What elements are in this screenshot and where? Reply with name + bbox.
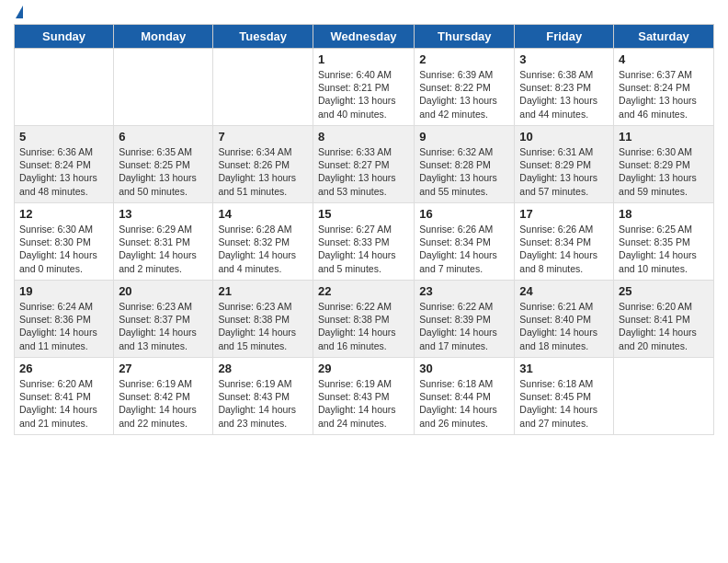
calendar-day-27: 27Sunrise: 6:19 AM Sunset: 8:42 PM Dayli… (114, 358, 213, 435)
day-header-sunday: Sunday (15, 25, 114, 49)
calendar-day-17: 17Sunrise: 6:26 AM Sunset: 8:34 PM Dayli… (515, 203, 614, 281)
day-number: 14 (218, 207, 308, 221)
calendar-day-20: 20Sunrise: 6:23 AM Sunset: 8:37 PM Dayli… (114, 281, 213, 358)
day-header-saturday: Saturday (614, 25, 714, 49)
day-info: Sunrise: 6:34 AM Sunset: 8:26 PM Dayligh… (218, 145, 308, 198)
day-info: Sunrise: 6:32 AM Sunset: 8:28 PM Dayligh… (419, 145, 509, 198)
calendar-day-10: 10Sunrise: 6:31 AM Sunset: 8:29 PM Dayli… (515, 126, 614, 203)
day-number: 10 (519, 130, 609, 144)
day-info: Sunrise: 6:18 AM Sunset: 8:44 PM Dayligh… (419, 377, 509, 430)
calendar-day-3: 3Sunrise: 6:38 AM Sunset: 8:23 PM Daylig… (515, 49, 614, 126)
calendar-day-9: 9Sunrise: 6:32 AM Sunset: 8:28 PM Daylig… (415, 126, 515, 203)
day-number: 17 (519, 207, 609, 221)
calendar-empty-cell (614, 358, 714, 435)
day-info: Sunrise: 6:20 AM Sunset: 8:41 PM Dayligh… (619, 300, 709, 352)
calendar-empty-cell (15, 49, 114, 126)
calendar-day-25: 25Sunrise: 6:20 AM Sunset: 8:41 PM Dayli… (614, 281, 714, 358)
calendar-day-2: 2Sunrise: 6:39 AM Sunset: 8:22 PM Daylig… (415, 49, 515, 126)
day-number: 20 (119, 284, 208, 298)
calendar-day-11: 11Sunrise: 6:30 AM Sunset: 8:29 PM Dayli… (614, 126, 714, 203)
day-number: 4 (619, 52, 709, 66)
day-number: 21 (218, 284, 308, 298)
day-info: Sunrise: 6:37 AM Sunset: 8:24 PM Dayligh… (619, 68, 709, 121)
day-number: 18 (619, 207, 709, 221)
logo-triangle-icon (16, 6, 23, 18)
day-number: 30 (419, 362, 509, 375)
calendar-week-row: 1Sunrise: 6:40 AM Sunset: 8:21 PM Daylig… (15, 49, 714, 126)
logo-text (14, 9, 23, 17)
day-header-monday: Monday (114, 25, 213, 49)
day-number: 9 (419, 130, 509, 144)
day-number: 22 (318, 284, 409, 298)
day-info: Sunrise: 6:40 AM Sunset: 8:21 PM Dayligh… (318, 68, 409, 121)
calendar-day-26: 26Sunrise: 6:20 AM Sunset: 8:41 PM Dayli… (15, 358, 114, 435)
calendar: SundayMondayTuesdayWednesdayThursdayFrid… (14, 24, 714, 435)
day-info: Sunrise: 6:36 AM Sunset: 8:24 PM Dayligh… (19, 145, 108, 198)
day-number: 29 (318, 362, 409, 375)
day-number: 28 (218, 362, 308, 375)
calendar-day-16: 16Sunrise: 6:26 AM Sunset: 8:34 PM Dayli… (415, 203, 515, 281)
calendar-day-12: 12Sunrise: 6:30 AM Sunset: 8:30 PM Dayli… (15, 203, 114, 281)
page: SundayMondayTuesdayWednesdayThursdayFrid… (0, 0, 728, 444)
day-info: Sunrise: 6:33 AM Sunset: 8:27 PM Dayligh… (318, 145, 409, 198)
calendar-day-19: 19Sunrise: 6:24 AM Sunset: 8:36 PM Dayli… (15, 281, 114, 358)
day-info: Sunrise: 6:19 AM Sunset: 8:43 PM Dayligh… (318, 377, 409, 430)
day-info: Sunrise: 6:22 AM Sunset: 8:38 PM Dayligh… (318, 300, 409, 352)
day-info: Sunrise: 6:39 AM Sunset: 8:22 PM Dayligh… (419, 68, 509, 121)
day-info: Sunrise: 6:26 AM Sunset: 8:34 PM Dayligh… (419, 223, 509, 275)
calendar-day-23: 23Sunrise: 6:22 AM Sunset: 8:39 PM Dayli… (415, 281, 515, 358)
calendar-day-5: 5Sunrise: 6:36 AM Sunset: 8:24 PM Daylig… (15, 126, 114, 203)
calendar-week-row: 12Sunrise: 6:30 AM Sunset: 8:30 PM Dayli… (15, 203, 714, 281)
calendar-day-21: 21Sunrise: 6:23 AM Sunset: 8:38 PM Dayli… (213, 281, 313, 358)
day-info: Sunrise: 6:26 AM Sunset: 8:34 PM Dayligh… (519, 223, 609, 275)
calendar-header-row: SundayMondayTuesdayWednesdayThursdayFrid… (15, 25, 714, 49)
day-number: 6 (119, 130, 208, 144)
day-number: 26 (19, 362, 108, 375)
calendar-week-row: 26Sunrise: 6:20 AM Sunset: 8:41 PM Dayli… (15, 358, 714, 435)
calendar-day-4: 4Sunrise: 6:37 AM Sunset: 8:24 PM Daylig… (614, 49, 714, 126)
day-info: Sunrise: 6:23 AM Sunset: 8:37 PM Dayligh… (119, 300, 208, 352)
calendar-day-22: 22Sunrise: 6:22 AM Sunset: 8:38 PM Dayli… (313, 281, 414, 358)
day-number: 15 (318, 207, 409, 221)
day-info: Sunrise: 6:38 AM Sunset: 8:23 PM Dayligh… (519, 68, 609, 121)
day-number: 7 (218, 130, 308, 144)
day-info: Sunrise: 6:23 AM Sunset: 8:38 PM Dayligh… (218, 300, 308, 352)
day-number: 19 (19, 284, 108, 298)
calendar-day-15: 15Sunrise: 6:27 AM Sunset: 8:33 PM Dayli… (313, 203, 414, 281)
day-number: 1 (318, 52, 409, 66)
day-number: 3 (519, 52, 609, 66)
day-number: 13 (119, 207, 208, 221)
day-info: Sunrise: 6:29 AM Sunset: 8:31 PM Dayligh… (119, 223, 208, 275)
day-header-thursday: Thursday (415, 25, 515, 49)
calendar-week-row: 19Sunrise: 6:24 AM Sunset: 8:36 PM Dayli… (15, 281, 714, 358)
day-info: Sunrise: 6:30 AM Sunset: 8:29 PM Dayligh… (619, 145, 709, 198)
day-info: Sunrise: 6:20 AM Sunset: 8:41 PM Dayligh… (19, 377, 108, 430)
header (14, 9, 714, 17)
day-number: 24 (519, 284, 609, 298)
day-number: 2 (419, 52, 509, 66)
day-number: 25 (619, 284, 709, 298)
calendar-day-29: 29Sunrise: 6:19 AM Sunset: 8:43 PM Dayli… (313, 358, 414, 435)
calendar-day-14: 14Sunrise: 6:28 AM Sunset: 8:32 PM Dayli… (213, 203, 313, 281)
day-info: Sunrise: 6:19 AM Sunset: 8:43 PM Dayligh… (218, 377, 308, 430)
day-info: Sunrise: 6:27 AM Sunset: 8:33 PM Dayligh… (318, 223, 409, 275)
day-info: Sunrise: 6:24 AM Sunset: 8:36 PM Dayligh… (19, 300, 108, 352)
day-number: 8 (318, 130, 409, 144)
calendar-day-8: 8Sunrise: 6:33 AM Sunset: 8:27 PM Daylig… (313, 126, 414, 203)
day-number: 27 (119, 362, 208, 375)
day-info: Sunrise: 6:30 AM Sunset: 8:30 PM Dayligh… (19, 223, 108, 275)
calendar-day-1: 1Sunrise: 6:40 AM Sunset: 8:21 PM Daylig… (313, 49, 414, 126)
calendar-empty-cell (213, 49, 313, 126)
calendar-day-18: 18Sunrise: 6:25 AM Sunset: 8:35 PM Dayli… (614, 203, 714, 281)
calendar-day-13: 13Sunrise: 6:29 AM Sunset: 8:31 PM Dayli… (114, 203, 213, 281)
day-info: Sunrise: 6:18 AM Sunset: 8:45 PM Dayligh… (519, 377, 609, 430)
day-header-friday: Friday (515, 25, 614, 49)
day-info: Sunrise: 6:21 AM Sunset: 8:40 PM Dayligh… (519, 300, 609, 352)
calendar-day-6: 6Sunrise: 6:35 AM Sunset: 8:25 PM Daylig… (114, 126, 213, 203)
day-header-wednesday: Wednesday (313, 25, 414, 49)
calendar-empty-cell (114, 49, 213, 126)
day-info: Sunrise: 6:31 AM Sunset: 8:29 PM Dayligh… (519, 145, 609, 198)
day-number: 11 (619, 130, 709, 144)
calendar-day-28: 28Sunrise: 6:19 AM Sunset: 8:43 PM Dayli… (213, 358, 313, 435)
day-number: 5 (19, 130, 108, 144)
